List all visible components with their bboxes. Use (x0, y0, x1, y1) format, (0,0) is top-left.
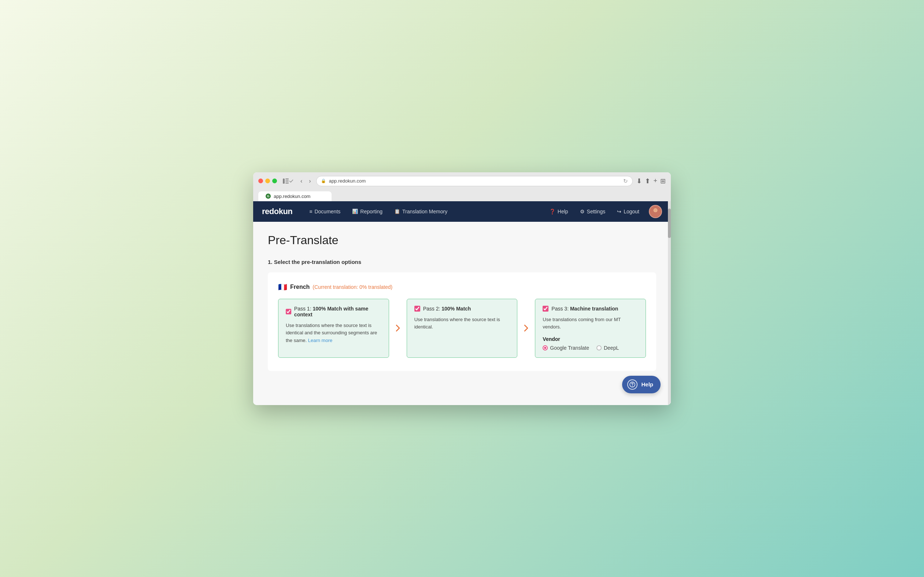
app-container: redokun ≡ Documents 📊 Reporting 📋 Transl… (253, 201, 671, 405)
pass1-description: Use translations where the source text i… (286, 322, 381, 345)
tab-favicon: G (266, 193, 271, 199)
arrow2 (517, 299, 535, 358)
settings-icon: ⚙ (580, 209, 585, 214)
help-icon: ❓ (549, 209, 555, 214)
browser-chrome: ‹ › 🔒 app.redokun.com ↻ ⬇ ⬆ + ⊞ G app.re… (253, 172, 671, 201)
svg-point-9 (632, 386, 633, 386)
language-header: 🇫🇷 French (Current translation: 0% trans… (278, 283, 646, 292)
section-label: 1. Select the pre-translation options (268, 259, 656, 265)
reload-icon[interactable]: ↻ (623, 178, 628, 184)
passes-grid: Pass 1: 100% Match with same context Use… (278, 299, 646, 358)
documents-icon: ≡ (309, 209, 312, 214)
learn-more-link[interactable]: Learn more (308, 338, 332, 343)
tab-bar: G app.redokun.com (258, 189, 666, 201)
vendor-label: Vendor (543, 336, 638, 342)
help-fab-button[interactable]: Help (622, 376, 660, 393)
pass2-description: Use translations where the source text i… (415, 316, 510, 331)
pass3-title: Pass 3: Machine translation (551, 306, 618, 312)
svg-rect-2 (285, 181, 289, 182)
close-dot[interactable] (258, 179, 263, 183)
french-flag: 🇫🇷 (278, 283, 287, 292)
nav-documents[interactable]: ≡ Documents (304, 206, 345, 217)
svg-rect-3 (285, 182, 289, 184)
nav-items: ≡ Documents 📊 Reporting 📋 Translation Me… (304, 206, 544, 217)
logout-icon: ↪ (617, 209, 621, 214)
pass2-card: Pass 2: 100% Match Use translations wher… (407, 299, 518, 358)
vendor-options: Google Translate DeepL (543, 345, 638, 351)
minimize-dot[interactable] (265, 179, 270, 183)
share-icon[interactable]: ⬆ (645, 177, 650, 185)
pass2-header: Pass 2: 100% Match (415, 306, 510, 312)
passes-container: 🇫🇷 French (Current translation: 0% trans… (268, 272, 656, 371)
language-status: (Current translation: 0% translated) (313, 284, 392, 290)
vendor-google-translate[interactable]: Google Translate (543, 345, 589, 351)
language-name: French (290, 284, 310, 290)
url-text: app.redokun.com (329, 178, 366, 184)
browser-nav-icons: ⬇ ⬆ + ⊞ (636, 177, 666, 185)
forward-button[interactable]: › (307, 177, 312, 185)
grid-icon[interactable]: ⊞ (660, 177, 666, 185)
app-logo: redokun (262, 207, 292, 216)
pass3-header: Pass 3: Machine translation (543, 306, 638, 312)
nav-help[interactable]: ❓ Help (544, 206, 574, 217)
pass1-card: Pass 1: 100% Match with same context Use… (278, 299, 389, 358)
pass3-description: Use translations coming from our MT vend… (543, 316, 638, 331)
arrow1 (389, 299, 407, 358)
help-fab-icon (627, 379, 638, 390)
pass2-checkbox[interactable] (415, 306, 420, 312)
reporting-icon: 📊 (352, 209, 358, 214)
vendor-deepl[interactable]: DeepL (596, 345, 619, 351)
address-bar[interactable]: 🔒 app.redokun.com ↻ (316, 176, 633, 186)
nav-settings[interactable]: ⚙ Settings (575, 206, 611, 217)
pass1-title: Pass 1: 100% Match with same context (294, 306, 381, 318)
browser-window-controls (258, 179, 277, 183)
svg-rect-1 (285, 179, 289, 180)
pass1-header: Pass 1: 100% Match with same context (286, 306, 381, 318)
svg-rect-0 (283, 179, 284, 184)
translation-memory-icon: 📋 (394, 209, 400, 214)
radio-google-selected (543, 345, 548, 350)
page-title: Pre-Translate (268, 234, 656, 247)
new-tab-icon[interactable]: + (653, 177, 657, 185)
scrollbar-track[interactable] (668, 201, 671, 405)
pass3-checkbox[interactable] (543, 306, 548, 312)
pass3-card: Pass 3: Machine translation Use translat… (535, 299, 646, 358)
nav-logout[interactable]: ↪ Logout (612, 206, 644, 217)
help-fab-label: Help (641, 381, 653, 387)
tab-label: app.redokun.com (274, 193, 310, 199)
scrollbar-thumb[interactable] (668, 209, 671, 238)
user-avatar[interactable] (649, 205, 662, 218)
pass2-title: Pass 2: 100% Match (423, 306, 471, 312)
page-content: Pre-Translate 1. Select the pre-translat… (253, 222, 671, 405)
back-button[interactable]: ‹ (299, 177, 304, 185)
pass1-checkbox[interactable] (286, 309, 291, 314)
svg-point-6 (652, 213, 659, 218)
maximize-dot[interactable] (272, 179, 277, 183)
nav-translation-memory[interactable]: 📋 Translation Memory (389, 206, 453, 217)
active-tab[interactable]: G app.redokun.com (258, 191, 331, 201)
nav-right: ❓ Help ⚙ Settings ↪ Logout (544, 205, 662, 218)
sidebar-toggle-button[interactable] (281, 177, 295, 185)
download-icon[interactable]: ⬇ (636, 177, 642, 185)
app-navbar: redokun ≡ Documents 📊 Reporting 📋 Transl… (253, 201, 671, 222)
svg-point-7 (654, 209, 657, 212)
nav-reporting[interactable]: 📊 Reporting (347, 206, 387, 217)
radio-deepl-unselected (596, 345, 602, 350)
lock-icon: 🔒 (321, 179, 326, 183)
vendor-section: Vendor Google Translate DeepL (543, 336, 638, 351)
